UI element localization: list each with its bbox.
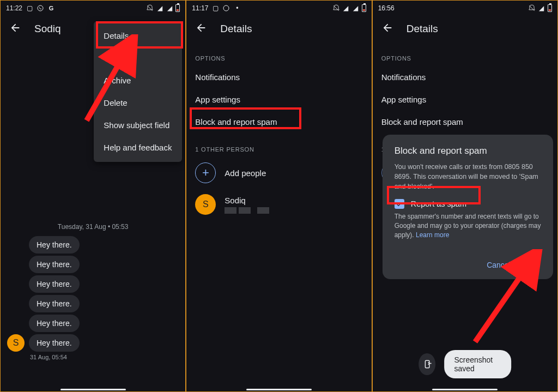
- status-time: 11:22: [6, 4, 22, 12]
- section-options: OPTIONS: [186, 42, 371, 66]
- person-row[interactable]: S Sodiq: [186, 189, 371, 220]
- signal-icon: ◢: [352, 4, 360, 12]
- section-options: OPTIONS: [373, 42, 557, 66]
- status-time: 11:17: [192, 4, 208, 12]
- dnd-icon: [146, 4, 154, 12]
- status-bar: 16:56 ◢: [373, 1, 557, 16]
- message-bubble[interactable]: Hey there.: [29, 275, 80, 293]
- option-block-spam[interactable]: Block and report spam: [186, 111, 371, 133]
- dot-icon: •: [233, 4, 241, 12]
- section-people: 1 OTHER PERSON: [186, 133, 371, 157]
- back-button[interactable]: [195, 22, 207, 36]
- battery-icon: [548, 4, 552, 12]
- message-bubble[interactable]: Hey there.: [29, 256, 80, 273]
- report-spam-label: Report as spam: [411, 200, 466, 208]
- panel-details: 11:17 ▢ • ◢ ◢ Details OPTIONS Notificati…: [186, 0, 372, 392]
- nav-handle[interactable]: [60, 389, 126, 390]
- message-bubble[interactable]: Hey there.: [29, 315, 80, 332]
- message-bubble[interactable]: Hey there.: [29, 334, 80, 352]
- signal-icon: ◢: [166, 4, 173, 12]
- svg-point-10: [223, 5, 229, 11]
- add-people-label: Add people: [225, 168, 266, 178]
- menu-starred[interactable]: Starred: [94, 47, 182, 69]
- svg-point-0: [38, 5, 43, 11]
- google-icon: G: [47, 4, 55, 12]
- chat-body: Tuesday, 31 Aug • 05:53 Hey there. Hey t…: [1, 223, 185, 392]
- back-button[interactable]: [381, 22, 393, 36]
- whatsapp-icon: [37, 4, 44, 12]
- add-icon: +: [195, 162, 216, 183]
- ok-button[interactable]: OK: [526, 261, 537, 269]
- option-notifications[interactable]: Notifications: [373, 66, 557, 88]
- learn-more-link[interactable]: Learn more: [416, 231, 449, 239]
- page-title: Details: [220, 23, 252, 35]
- page-title: Details: [407, 23, 438, 35]
- message-time: 31 Aug, 05:54: [1, 354, 185, 360]
- status-bar: 11:17 ▢ • ◢ ◢: [186, 1, 371, 16]
- panel-chat: 11:22 ▢ G ◢ ◢ Sodiq Tuesday, 31 Aug • 05…: [0, 0, 186, 392]
- status-bar: 11:22 ▢ G ◢ ◢: [1, 1, 185, 16]
- photo-icon: ▢: [211, 4, 219, 12]
- share-icon[interactable]: [418, 353, 435, 375]
- dnd-icon: [528, 4, 536, 12]
- nav-handle[interactable]: [432, 389, 498, 390]
- option-app-settings[interactable]: App settings: [373, 88, 557, 111]
- checkbox-icon[interactable]: [395, 199, 404, 209]
- add-people-row[interactable]: + Add people: [186, 157, 371, 189]
- menu-archive[interactable]: Archive: [94, 69, 182, 92]
- nav-handle[interactable]: [246, 389, 312, 390]
- dialog-title: Block and report spam: [395, 146, 541, 156]
- panel-dialog: 16:56 ◢ Details OPTIONS Notifications Ap…: [372, 0, 558, 392]
- menu-delete[interactable]: Delete: [94, 92, 182, 114]
- avatar[interactable]: S: [7, 334, 25, 352]
- menu-show-subject[interactable]: Show subject field: [94, 114, 182, 136]
- block-spam-dialog: Block and report spam You won't receive …: [383, 135, 553, 279]
- wifi-icon: ◢: [342, 4, 350, 12]
- option-notifications[interactable]: Notifications: [186, 66, 371, 88]
- whatsapp-icon: [222, 4, 230, 12]
- toast-text[interactable]: Screenshot saved: [444, 350, 511, 378]
- option-app-settings[interactable]: App settings: [186, 88, 371, 111]
- wifi-icon: ◢: [156, 4, 163, 12]
- menu-help[interactable]: Help and feedback: [94, 136, 182, 159]
- person-name: Sodiq: [225, 196, 269, 205]
- date-stamp: Tuesday, 31 Aug • 05:53: [1, 223, 185, 231]
- status-time: 16:56: [378, 4, 395, 12]
- dnd-icon: [332, 4, 340, 12]
- photo-icon: ▢: [26, 4, 33, 12]
- battery-icon: [175, 4, 180, 12]
- report-spam-row[interactable]: Report as spam: [395, 199, 541, 209]
- phone-redacted: [225, 207, 269, 214]
- app-bar: Details: [373, 16, 557, 42]
- cancel-button[interactable]: Cancel: [487, 261, 511, 269]
- back-button[interactable]: [9, 22, 21, 36]
- option-block-spam[interactable]: Block and report spam: [373, 111, 557, 133]
- signal-icon: ◢: [538, 4, 545, 12]
- message-bubble[interactable]: Hey there.: [29, 295, 80, 312]
- contact-name[interactable]: Sodiq: [34, 23, 61, 35]
- menu-details[interactable]: Details: [94, 25, 182, 47]
- message-bubble[interactable]: Hey there.: [29, 236, 80, 254]
- dialog-body: You won't receive calls or texts from 08…: [395, 162, 541, 191]
- app-bar: Details: [186, 16, 371, 42]
- avatar: S: [195, 194, 216, 215]
- battery-icon: [362, 4, 366, 12]
- dialog-fine-print: The spammer's number and recent texts wi…: [395, 212, 541, 239]
- overflow-menu: Details Starred Archive Delete Show subj…: [94, 21, 182, 162]
- toast: Screenshot saved: [418, 350, 511, 378]
